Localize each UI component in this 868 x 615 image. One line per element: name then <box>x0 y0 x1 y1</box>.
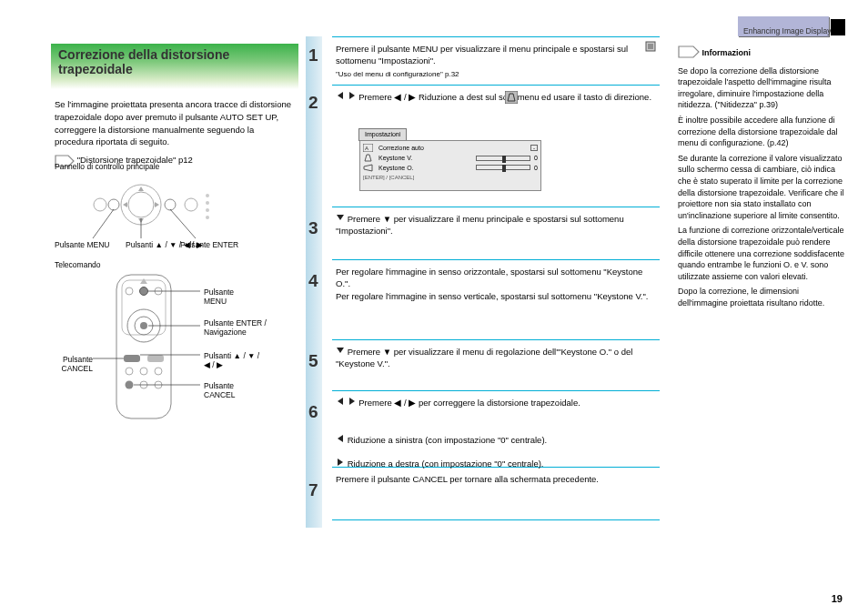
svg-point-4 <box>165 199 176 210</box>
settings-row2-val: 0 <box>534 154 538 163</box>
settings-row3-slider <box>476 165 530 170</box>
settings-footer: [ENTER] / [CANCEL] <box>363 174 538 181</box>
settings-dialog-box: Impostazioni A Correzione auto - Keyston… <box>359 129 541 191</box>
settings-row-3: Keystone O. 0 <box>363 164 538 173</box>
step-num-6: 6 <box>308 402 318 422</box>
settings-row-2: Keystone V. 0 <box>363 154 538 163</box>
step-2: Premere ◀ / ▶ Riduzione a dest sul sotto… <box>332 86 660 207</box>
settings-row1-val: - <box>530 145 538 151</box>
trap-v-icon <box>363 154 373 162</box>
settings-row-1: A Correzione auto - <box>363 144 538 153</box>
svg-line-12 <box>170 209 196 238</box>
svg-point-3 <box>108 199 119 210</box>
enter-remote-label: Pulsante ENTER / Navigazione <box>204 318 267 337</box>
svg-point-8 <box>206 208 209 212</box>
intro-text: Se l'immagine proiettata presenta ancora… <box>55 98 295 148</box>
svg-point-6 <box>206 194 209 197</box>
remote-label: Telecomando <box>55 260 101 269</box>
steps-column: Premere il pulsante MENU per visualizzar… <box>332 36 660 520</box>
svg-point-17 <box>140 287 148 295</box>
right-arrow-icon <box>348 398 357 408</box>
tip-5: Dopo la correzione, le dimensioni dell'i… <box>678 286 846 308</box>
cancel-label-left: Pulsante CANCEL <box>53 355 93 373</box>
svg-point-26 <box>126 380 134 388</box>
svg-text:A: A <box>365 146 368 151</box>
svg-point-5 <box>185 198 197 211</box>
tip-4: La funzione di correzione orizzontale/ve… <box>678 225 846 282</box>
page-edge-marker <box>831 19 845 35</box>
left-arrow-icon <box>336 398 345 408</box>
page-section-tab: Enhancing Image Display <box>738 16 829 36</box>
step-1-text: Premere il pulsante MENU per visualizzar… <box>336 44 628 66</box>
settings-row2-label: Keystone V. <box>378 154 412 163</box>
step-5: Premere ▼ per visualizzare il menu di re… <box>332 340 660 391</box>
left-column: Correzione della distorsione trapezoidal… <box>51 44 298 437</box>
right-arrow-icon <box>348 92 357 102</box>
step-1: Premere il pulsante MENU per visualizzar… <box>332 36 660 86</box>
tip-3: Se durante la correzione il valore visua… <box>678 153 846 222</box>
step-num-4: 4 <box>308 271 318 291</box>
tip-header: Informazioni <box>678 45 846 62</box>
settings-row3-val: 0 <box>534 164 538 173</box>
svg-point-24 <box>140 368 147 375</box>
trap-h-icon <box>363 164 373 172</box>
step-4: Per regolare l'immagine in senso orizzon… <box>332 260 660 340</box>
step-7: Premere il pulsante CANCEL per tornare a… <box>332 468 660 520</box>
menu-remote-label: Pulsante MENU <box>204 287 255 306</box>
tip-label: Informazioni <box>702 48 752 57</box>
svg-point-2 <box>94 198 106 211</box>
step-6-text: Premere ◀ / ▶ per correggere la distorsi… <box>358 398 580 408</box>
arrowpad-remote-label: Pulsanti ▲ / ▼ / ◀ / ▶ <box>204 351 267 369</box>
settings-row2-slider <box>476 156 530 161</box>
control-diagram: Pannello di controllo principale Pulsant… <box>55 173 255 428</box>
down-arrow-icon <box>336 347 345 357</box>
step-4-text: Per regolare l'immagine in senso orizzon… <box>336 267 649 301</box>
svg-rect-21 <box>124 355 140 362</box>
settings-body: A Correzione auto - Keystone V. 0 Keysto… <box>359 140 541 191</box>
step-num-5: 5 <box>308 351 318 371</box>
step-5-text: Premere ▼ per visualizzare il menu di re… <box>336 347 632 368</box>
svg-rect-38 <box>505 91 518 104</box>
info-column: Informazioni Se dopo la correzione della… <box>678 45 846 312</box>
step-3: Premere ▼ per visualizzare il menu princ… <box>332 207 660 260</box>
keystone-mini-icon <box>505 91 518 106</box>
section-header: Correzione della distorsione trapezoidal… <box>51 44 298 89</box>
settings-row3-label: Keystone O. <box>378 164 414 173</box>
step-num-1: 1 <box>308 45 318 66</box>
enter-main-label: Pulsante ENTER <box>180 240 238 249</box>
svg-point-7 <box>206 201 209 205</box>
left-arrow-icon <box>336 435 345 445</box>
menu-main-label: Pulsante MENU <box>55 240 109 249</box>
svg-line-10 <box>93 209 114 238</box>
step-num-2: 2 <box>308 93 318 113</box>
svg-point-15 <box>126 287 133 295</box>
auto-icon: A <box>363 144 373 152</box>
step-6-line1: Premere ◀ / ▶ per correggere la distorsi… <box>336 397 656 408</box>
step-3-text: Premere ▼ per visualizzare il menu princ… <box>336 214 624 236</box>
svg-point-1 <box>128 192 154 217</box>
mainpanel-label: Pannello di controllo principale <box>55 162 159 171</box>
page-section-label: Enhancing Image Display <box>743 26 831 35</box>
settings-row1-label: Correzione auto <box>378 144 424 153</box>
svg-point-25 <box>155 368 162 375</box>
cancel-label: Pulsante CANCEL <box>204 381 255 399</box>
page-number: 19 <box>832 593 843 604</box>
step-7-text: Premere il pulsante CANCEL per tornare a… <box>336 474 599 484</box>
step-1-ref: "Uso del menu di configurazione" p.32 <box>336 69 656 79</box>
svg-point-9 <box>206 216 209 219</box>
svg-rect-22 <box>147 355 164 362</box>
step-num-7: 7 <box>308 480 318 500</box>
tip-2: È inoltre possibile accedere alla funzio… <box>678 115 846 149</box>
step-6b-line1: Riduzione a sinistra (con impostazione "… <box>348 435 548 445</box>
step-num-3: 3 <box>308 218 318 238</box>
left-arrow-icon <box>336 92 345 102</box>
svg-point-23 <box>126 368 133 375</box>
tip-tag-icon <box>678 45 700 62</box>
section-body: Se l'immagine proiettata presenta ancora… <box>51 89 298 437</box>
svg-rect-13 <box>116 275 171 418</box>
menu-icon-ref <box>645 41 656 55</box>
svg-point-20 <box>140 322 147 329</box>
tip-1: Se dopo la correzione della distorsione … <box>678 66 846 111</box>
step-6: Premere ◀ / ▶ per correggere la distorsi… <box>332 391 660 468</box>
down-arrow-icon <box>336 214 345 224</box>
